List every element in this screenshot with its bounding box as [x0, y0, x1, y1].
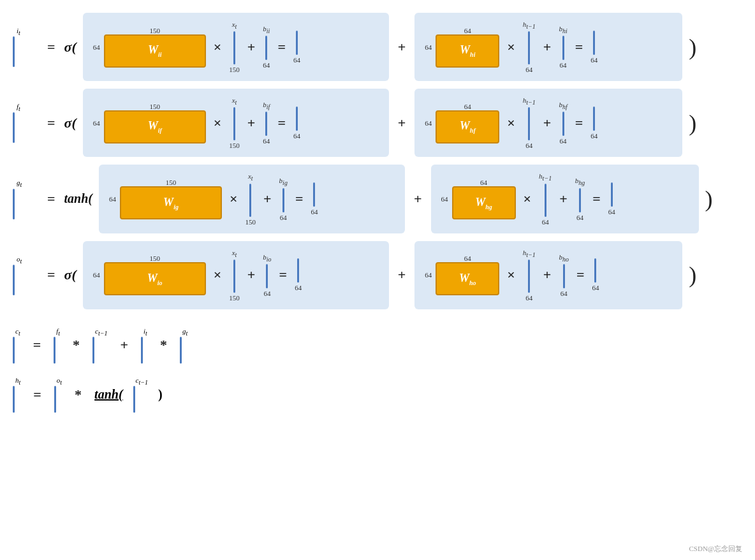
weight-Whg: Whg [452, 186, 516, 219]
vec-result-o-right: 64 [592, 258, 599, 291]
weight-Who: Who [436, 262, 499, 295]
ot-vec: ot [54, 376, 62, 413]
vec-ht1-top-i: ht−1 [523, 20, 536, 30]
eq-ht: ht = ot * tanh( ct−1 ) [13, 376, 742, 413]
times-g: × [227, 191, 240, 207]
vec-bho: bho 64 [559, 253, 569, 297]
main-container: it = σ( 64 150 Wii × xt 150 [13, 13, 742, 413]
vec-bif-bottom: 64 [263, 137, 270, 145]
right-weight-group-i: 64 64 Whi [425, 27, 499, 68]
op-it-times: * [158, 337, 170, 353]
plus-middle-g: + [411, 191, 425, 207]
dim-left-row-g: 64 [109, 195, 116, 203]
vec-bif-top: bif [263, 101, 270, 110]
weight-Whf: Whf [436, 110, 499, 144]
vec-ht1-bottom-g: 64 [542, 218, 549, 226]
vec-big: big 64 [279, 177, 288, 221]
vec-bhi: bhi 64 [559, 25, 567, 69]
op-ft-times: * [70, 337, 82, 353]
panel-right-o: 64 64 Who × ht−1 64 + bho 64 = [414, 241, 682, 309]
times-f: × [211, 115, 224, 131]
dim-top-f: 150 [149, 103, 160, 110]
ft-vec: ft [54, 327, 60, 364]
right-weight-group-g: 64 64 Whg [441, 179, 516, 219]
dim-top-hf: 64 [464, 103, 471, 110]
vec-big-top: big [279, 177, 288, 186]
dim-top-hg: 64 [480, 179, 487, 186]
vec-bhg: bhg 64 [575, 177, 585, 221]
ct-vec: ct [13, 327, 20, 364]
vec-xt-bottom-f: 150 [229, 142, 240, 149]
vec-xt-g: xt 150 [246, 172, 256, 225]
panel-left-i: 64 150 Wii × xt 150 + bii 64 [83, 13, 389, 81]
watermark: CSDN@忘念回复 [689, 544, 742, 554]
eq-i-left: = [275, 39, 288, 55]
dim-top-o: 150 [149, 254, 160, 262]
dim-right-left-f: 64 [425, 119, 432, 127]
left-weight-group-f: 64 150 Wif [93, 103, 206, 144]
vec-result-o-left-dim: 64 [295, 284, 302, 291]
func-o: σ( [64, 267, 77, 283]
eq-g-left: = [293, 191, 306, 207]
eq-hf: = [573, 115, 586, 131]
vec-xt-top-g: xt [248, 172, 253, 182]
vec-result-o-left: 64 [295, 258, 302, 291]
vec-bii-top: bii [263, 25, 270, 34]
vec-big-bottom: 64 [280, 214, 287, 221]
weight-Wii: Wii [104, 34, 206, 68]
gate-o-label: ot [13, 255, 38, 295]
vec-ht1-top-o: ht−1 [523, 249, 536, 258]
vec-bhi-bottom: 64 [560, 61, 567, 69]
dim-top-hi: 64 [464, 27, 471, 34]
panel-left-o: 64 150 Wio × xt 150 + bio 64 = [83, 241, 389, 309]
paren-close-ht: ) [158, 387, 163, 402]
weight-box-wrapper-i: 150 Wii [104, 27, 206, 68]
eq-hg: = [590, 191, 603, 207]
row-f: ft = σ( 64 150 Wif × xt 150 + [13, 89, 742, 157]
plus-bias-o: + [245, 267, 258, 283]
vec-bhf-bottom: 64 [560, 137, 567, 145]
plus-bias-ho: + [541, 267, 554, 283]
panel-left-g: 64 150 Wig × xt 150 + big 64 = [99, 165, 405, 233]
vec-bhi-top: bhi [559, 25, 567, 34]
weight-box-wrapper-g: 150 Wig [120, 179, 222, 219]
vec-result-f-right: 64 [590, 107, 597, 140]
plus-bias-hf: + [541, 115, 554, 131]
plus-middle-f: + [395, 115, 409, 131]
dim-left-row-o: 64 [93, 271, 100, 279]
times-hf: × [504, 115, 518, 131]
dim-top-g: 150 [166, 179, 177, 186]
panel-right-g: 64 64 Whg × ht−1 64 + bhg 64 = [431, 165, 699, 233]
plus-bias-f: + [245, 115, 258, 131]
paren-close-f: ) [689, 112, 696, 135]
panel-right-f: 64 64 Whf × ht−1 64 + bhf 64 = [414, 89, 682, 157]
right-weight-group-f: 64 64 Whf [425, 103, 499, 144]
plus-bias-hi: + [541, 39, 554, 55]
row-g: gt = tanh( 64 150 Wig × xt 150 + [13, 165, 742, 233]
vec-xt-top-i: xt [232, 20, 237, 30]
vec-result-f-left: 64 [293, 107, 300, 140]
op-ot-times: * [72, 387, 84, 403]
eq-hi: = [573, 39, 586, 55]
weight-Wio: Wio [104, 262, 206, 295]
vec-result-g-left-dim: 64 [311, 208, 318, 216]
dim-top-ho: 64 [464, 254, 471, 262]
times-hi: × [504, 39, 518, 55]
vec-bho-bottom: 64 [561, 290, 568, 297]
vec-xt-bottom-g: 150 [246, 218, 256, 226]
plus-middle-o: + [395, 267, 409, 283]
paren-close-g: ) [705, 188, 713, 210]
weight-box-wrapper-hi: 64 Whi [436, 27, 499, 68]
gt-vec: gt [180, 327, 187, 364]
eq-ct: ct = ft * ct−1 + it * [13, 327, 742, 364]
plus-bias-hg: + [557, 191, 570, 207]
dim-top-i: 150 [149, 27, 160, 34]
func-g: tanh( [64, 191, 92, 206]
plus-bias-i: + [245, 39, 258, 55]
vec-result-g-right: 64 [608, 182, 615, 216]
vec-xt-bottom-o: 150 [229, 294, 240, 302]
op-plus-ct: + [117, 337, 131, 353]
dim-right-left-i: 64 [425, 43, 432, 51]
vec-ht1-i: ht−1 64 [523, 20, 536, 73]
weight-box-wrapper-ho: 64 Who [436, 254, 499, 295]
